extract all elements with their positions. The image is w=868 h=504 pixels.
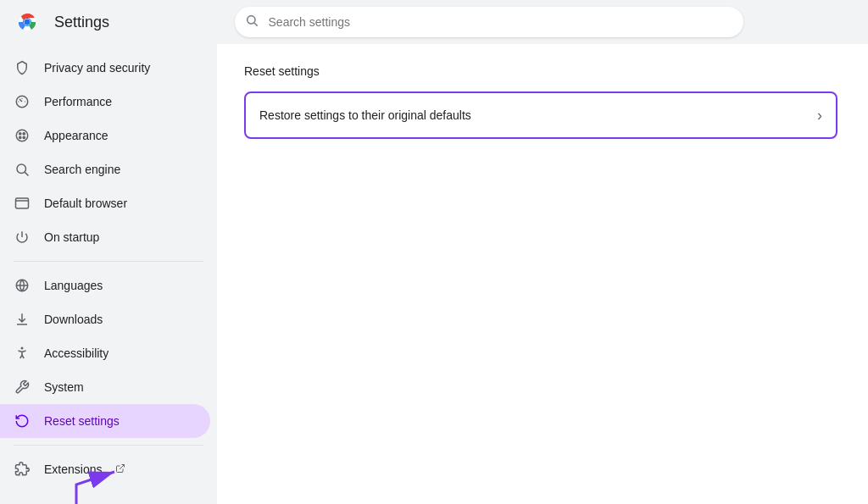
app-title: Settings <box>54 14 109 31</box>
svg-point-7 <box>16 130 28 141</box>
sidebar-item-extensions-label: Extensions <box>44 462 102 476</box>
power-icon <box>14 229 31 246</box>
search-icon <box>245 14 259 30</box>
restore-defaults-label: Restore settings to their original defau… <box>259 108 817 122</box>
browser-icon <box>14 195 31 212</box>
sidebar-item-default-browser[interactable]: Default browser <box>0 186 210 220</box>
sidebar-item-performance[interactable]: Performance <box>0 85 210 119</box>
search-engine-icon <box>14 161 31 178</box>
download-icon <box>14 311 31 328</box>
restore-defaults-card[interactable]: Restore settings to their original defau… <box>244 91 837 139</box>
sidebar-divider-2 <box>14 445 203 446</box>
sidebar-item-on-startup-label: On startup <box>44 230 99 244</box>
svg-point-3 <box>25 19 31 25</box>
svg-point-12 <box>17 164 26 174</box>
gauge-icon <box>14 93 31 110</box>
puzzle-icon <box>14 461 31 478</box>
chevron-right-icon: › <box>817 107 822 125</box>
sidebar-item-downloads[interactable]: Downloads <box>0 302 210 336</box>
wrench-icon <box>14 379 31 396</box>
sidebar-item-reset-settings-label: Reset settings <box>44 414 120 428</box>
sidebar-item-appearance[interactable]: Appearance <box>0 119 210 152</box>
top-bar: Settings <box>0 0 868 44</box>
svg-line-5 <box>254 23 258 26</box>
sidebar-item-default-browser-label: Default browser <box>44 197 127 210</box>
svg-rect-14 <box>16 198 29 208</box>
accessibility-icon <box>14 345 31 362</box>
sidebar-item-appearance-label: Appearance <box>44 129 108 142</box>
sidebar: Privacy and security Performance <box>0 44 217 504</box>
sidebar-item-search-engine-label: Search engine <box>44 163 120 176</box>
svg-point-8 <box>19 133 21 135</box>
sidebar-item-privacy-security[interactable]: Privacy and security <box>0 51 210 85</box>
search-bar <box>235 7 743 37</box>
sidebar-item-system-label: System <box>44 380 84 394</box>
sidebar-item-reset-settings[interactable]: Reset settings <box>0 404 210 438</box>
content-area: Reset settings Restore settings to their… <box>217 44 868 504</box>
chrome-logo-icon <box>14 8 41 36</box>
section-title: Reset settings <box>244 64 841 78</box>
sidebar-item-search-engine[interactable]: Search engine <box>0 152 210 186</box>
sidebar-divider-1 <box>14 261 203 262</box>
sidebar-item-performance-label: Performance <box>44 95 112 108</box>
sidebar-item-languages-label: Languages <box>44 279 103 292</box>
svg-line-18 <box>120 464 125 469</box>
sidebar-item-downloads-label: Downloads <box>44 313 103 326</box>
svg-point-17 <box>21 347 24 350</box>
sidebar-item-accessibility[interactable]: Accessibility <box>0 336 210 370</box>
sidebar-item-on-startup[interactable]: On startup <box>0 220 210 254</box>
svg-line-13 <box>25 172 28 175</box>
sidebar-item-accessibility-label: Accessibility <box>44 346 108 360</box>
shield-icon <box>14 59 31 76</box>
external-link-icon <box>115 463 125 476</box>
svg-point-11 <box>23 136 25 138</box>
globe-icon <box>14 277 31 294</box>
svg-point-10 <box>19 136 21 138</box>
sidebar-item-extensions[interactable]: Extensions <box>0 452 210 486</box>
svg-point-4 <box>247 16 254 24</box>
palette-icon <box>14 127 31 144</box>
sidebar-item-system[interactable]: System <box>0 370 210 404</box>
sidebar-item-privacy-security-label: Privacy and security <box>44 61 150 75</box>
main-layout: Privacy and security Performance <box>0 44 868 504</box>
svg-point-9 <box>23 133 25 135</box>
sidebar-item-languages[interactable]: Languages <box>0 269 210 302</box>
search-input[interactable] <box>235 7 743 37</box>
reset-icon <box>14 413 31 429</box>
